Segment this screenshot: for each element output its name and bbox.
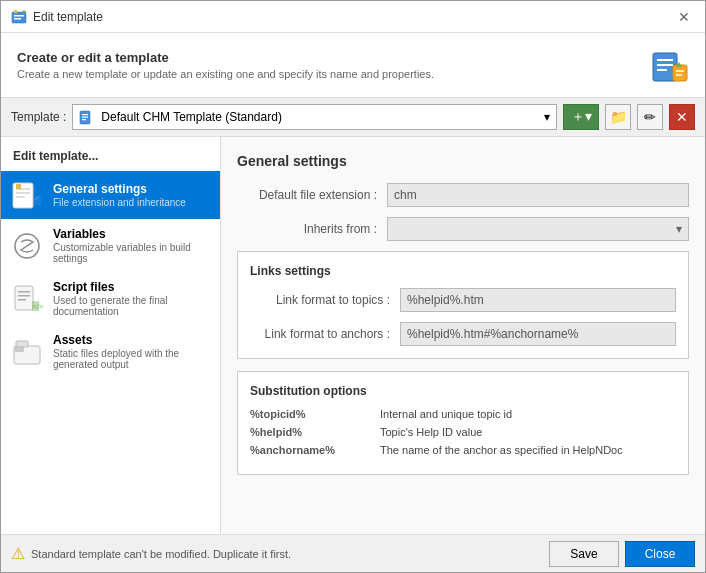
close-icon: ✕: [676, 109, 688, 125]
file-extension-input[interactable]: [387, 183, 689, 207]
main-window: Edit template ✕ Create or edit a templat…: [0, 0, 706, 573]
plus-icon: ＋▾: [571, 108, 592, 126]
edit-icon: ✏: [644, 109, 656, 125]
svg-rect-6: [657, 64, 673, 66]
links-settings-title: Links settings: [250, 264, 676, 278]
header-title: Create or edit a template: [17, 50, 434, 65]
substitution-options-title: Substitution options: [250, 384, 676, 398]
dropdown-arrow-icon: ▾: [544, 110, 550, 124]
window-close-button[interactable]: ✕: [673, 6, 695, 28]
right-panel: General settings Default file extension …: [221, 137, 705, 534]
svg-rect-2: [14, 18, 21, 20]
svg-rect-7: [657, 69, 667, 71]
variables-title: Variables: [53, 227, 210, 241]
link-anchors-row: Link format to anchors :: [250, 322, 676, 346]
subst-key-topicid: %topicid%: [250, 408, 380, 420]
edit-button[interactable]: ✏: [637, 104, 663, 130]
assets-content: Assets Static files deployed with the ge…: [53, 333, 210, 370]
general-settings-content: General settings File extension and inhe…: [53, 182, 186, 208]
template-select-text: Default CHM Template (Standard): [79, 109, 282, 125]
general-settings-icon: [11, 179, 43, 211]
header-section: Create or edit a template Create a new t…: [1, 33, 705, 98]
variables-subtitle: Customizable variables in build settings: [53, 242, 210, 264]
subst-val-anchorname: The name of the anchor as specified in H…: [380, 444, 623, 456]
add-template-button[interactable]: ＋▾: [563, 104, 599, 130]
subst-key-anchorname: %anchorname%: [250, 444, 380, 456]
inherits-from-select[interactable]: ▾: [387, 217, 689, 241]
inherits-from-label: Inherits from :: [237, 222, 387, 236]
window-title: Edit template: [33, 10, 103, 24]
save-button[interactable]: Save: [549, 541, 619, 567]
link-topics-label: Link format to topics :: [250, 293, 400, 307]
subst-val-helpid: Topic's Help ID value: [380, 426, 482, 438]
general-settings-subtitle: File extension and inheritance: [53, 197, 186, 208]
script-files-icon: </>: [11, 283, 43, 315]
panel-title: General settings: [237, 153, 689, 169]
window-icon: [11, 9, 27, 25]
svg-text:</>: </>: [33, 303, 43, 310]
link-topics-row: Link format to topics :: [250, 288, 676, 312]
sidebar-item-general-settings[interactable]: General settings File extension and inhe…: [1, 171, 220, 219]
inherits-from-row: Inherits from : ▾: [237, 217, 689, 241]
links-settings-section: Links settings Link format to topics : L…: [237, 251, 689, 359]
subst-row-anchorname: %anchorname% The name of the anchor as s…: [250, 444, 676, 456]
subst-row-topicid: %topicid% Internal and unique topic id: [250, 408, 676, 420]
main-content: Edit template... General settings: [1, 137, 705, 534]
status-text-area: ⚠ Standard template can't be modified. D…: [11, 544, 291, 563]
svg-rect-18: [16, 196, 25, 198]
inherits-from-arrow-icon: ▾: [676, 222, 682, 236]
variables-content: Variables Customizable variables in buil…: [53, 227, 210, 264]
subst-key-helpid: %helpid%: [250, 426, 380, 438]
sidebar-item-script-files[interactable]: </> Script files Used to generate the fi…: [1, 272, 220, 325]
svg-rect-12: [82, 114, 88, 115]
sidebar: Edit template... General settings: [1, 137, 221, 534]
svg-rect-17: [16, 192, 30, 194]
subst-val-topicid: Internal and unique topic id: [380, 408, 512, 420]
header-description: Create a new template or update an exist…: [17, 68, 434, 80]
svg-rect-23: [18, 295, 30, 297]
link-topics-input[interactable]: [400, 288, 676, 312]
svg-rect-1: [14, 15, 24, 17]
sidebar-item-variables[interactable]: Variables Customizable variables in buil…: [1, 219, 220, 272]
sidebar-title: Edit template...: [1, 145, 220, 171]
variables-icon: [11, 230, 43, 262]
svg-rect-5: [657, 59, 673, 61]
folder-icon: 📁: [610, 109, 627, 125]
assets-title: Assets: [53, 333, 210, 347]
svg-rect-13: [82, 117, 88, 118]
link-anchors-label: Link format to anchors :: [250, 327, 400, 341]
assets-icon: [11, 336, 43, 368]
sidebar-item-assets[interactable]: Assets Static files deployed with the ge…: [1, 325, 220, 378]
script-files-content: Script files Used to generate the final …: [53, 280, 210, 317]
header-text: Create or edit a template Create a new t…: [17, 50, 434, 80]
delete-button[interactable]: ✕: [669, 104, 695, 130]
svg-rect-28: [16, 341, 28, 347]
template-label: Template :: [11, 110, 66, 124]
subst-row-helpid: %helpid% Topic's Help ID value: [250, 426, 676, 438]
link-anchors-input[interactable]: [400, 322, 676, 346]
title-bar: Edit template ✕: [1, 1, 705, 33]
toolbar-row: Template : Default CHM Template (Standar…: [1, 98, 705, 137]
svg-rect-3: [14, 10, 17, 13]
file-extension-row: Default file extension :: [237, 183, 689, 207]
assets-subtitle: Static files deployed with the generated…: [53, 348, 210, 370]
folder-button[interactable]: 📁: [605, 104, 631, 130]
svg-rect-22: [18, 291, 30, 293]
header-icon: [649, 45, 689, 85]
general-settings-title: General settings: [53, 182, 186, 196]
template-select-dropdown[interactable]: Default CHM Template (Standard) ▾: [72, 104, 557, 130]
template-selected-value: Default CHM Template (Standard): [101, 110, 282, 124]
status-bar: ⚠ Standard template can't be modified. D…: [1, 534, 705, 572]
svg-rect-19: [16, 184, 21, 189]
title-bar-left: Edit template: [11, 9, 103, 25]
svg-rect-21: [15, 286, 33, 310]
script-files-subtitle: Used to generate the final documentation: [53, 295, 210, 317]
status-buttons: Save Close: [549, 541, 695, 567]
script-files-title: Script files: [53, 280, 210, 294]
svg-rect-8: [673, 65, 687, 81]
warning-icon: ⚠: [11, 544, 25, 563]
close-button[interactable]: Close: [625, 541, 695, 567]
status-message: Standard template can't be modified. Dup…: [31, 548, 291, 560]
file-extension-label: Default file extension :: [237, 188, 387, 202]
svg-rect-24: [18, 299, 26, 301]
